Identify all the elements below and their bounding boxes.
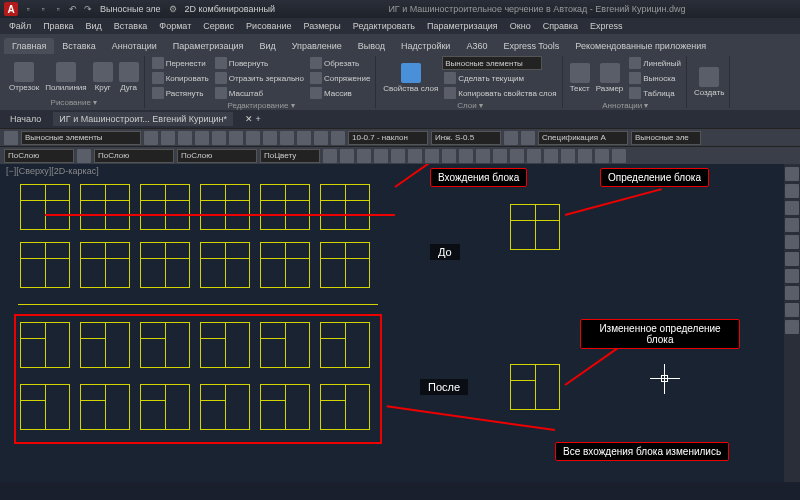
block-instance-changed[interactable] xyxy=(140,384,190,430)
tb-icon[interactable] xyxy=(297,131,311,145)
dimension-button[interactable]: Размер xyxy=(594,61,626,95)
tb-mleader-combo[interactable]: Выносные эле xyxy=(631,131,701,145)
block-instance[interactable] xyxy=(260,242,310,288)
doc-tab[interactable]: ИГ и Машиностроит... Евгений Курицин* xyxy=(53,112,233,126)
tab-featured[interactable]: Рекомендованные приложения xyxy=(567,38,714,54)
qat-gear-icon[interactable]: ⚙ xyxy=(167,3,179,15)
block-instance-changed[interactable] xyxy=(140,322,190,368)
tb-icon[interactable] xyxy=(510,149,524,163)
linear-button[interactable]: Линейный xyxy=(627,56,683,70)
side-tool-icon[interactable] xyxy=(785,252,799,266)
panel-layers-title[interactable]: Слои ▾ xyxy=(381,100,558,111)
block-instance-changed[interactable] xyxy=(20,322,70,368)
block-instance[interactable] xyxy=(20,242,70,288)
tb-icon[interactable] xyxy=(493,149,507,163)
block-definition-changed[interactable] xyxy=(510,364,560,410)
table-button[interactable]: Таблица xyxy=(627,86,683,100)
block-instance-changed[interactable] xyxy=(320,322,370,368)
block-instance-changed[interactable] xyxy=(80,322,130,368)
tb-icon[interactable] xyxy=(340,149,354,163)
array-button[interactable]: Массив xyxy=(308,86,372,100)
copy-button[interactable]: Копировать xyxy=(150,71,211,85)
tb-layer-icon[interactable] xyxy=(4,131,18,145)
tb-plotstyle-combo[interactable]: ПоЦвету xyxy=(260,149,320,163)
tb-icon[interactable] xyxy=(561,149,575,163)
tb-icon[interactable] xyxy=(144,131,158,145)
tb-tablestyle-combo[interactable]: Спецификация А xyxy=(538,131,628,145)
line-button[interactable]: Отрезок xyxy=(7,60,41,94)
tb-icon[interactable] xyxy=(314,131,328,145)
side-tool-icon[interactable] xyxy=(785,235,799,249)
side-tool-icon[interactable] xyxy=(785,320,799,334)
qat-undo-icon[interactable]: ↶ xyxy=(67,3,79,15)
layer-combo[interactable]: Выносные элементы xyxy=(442,56,542,70)
qat-new-icon[interactable]: ▫ xyxy=(22,3,34,15)
rotate-button[interactable]: Повернуть xyxy=(213,56,306,70)
menu-view[interactable]: Вид xyxy=(81,19,107,33)
side-tool-icon[interactable] xyxy=(785,286,799,300)
block-instance[interactable] xyxy=(20,184,70,230)
match-layer-button[interactable]: Копировать свойства слоя xyxy=(442,86,558,100)
tb-icon[interactable] xyxy=(504,131,518,145)
menu-service[interactable]: Сервис xyxy=(198,19,239,33)
block-instance[interactable] xyxy=(200,242,250,288)
block-instance[interactable] xyxy=(320,242,370,288)
menu-express[interactable]: Express xyxy=(585,19,628,33)
side-tool-icon[interactable] xyxy=(785,184,799,198)
tb-layer-combo[interactable]: Выносные элементы xyxy=(21,131,141,145)
new-tab-button[interactable]: ✕ + xyxy=(239,112,267,126)
tab-a360[interactable]: A360 xyxy=(458,38,495,54)
fillet-button[interactable]: Сопряжение xyxy=(308,71,372,85)
tb-color-combo[interactable]: ПоСлою xyxy=(4,149,74,163)
qat-redo-icon[interactable]: ↷ xyxy=(82,3,94,15)
block-definition[interactable] xyxy=(510,204,560,250)
block-instance[interactable] xyxy=(140,184,190,230)
app-logo[interactable]: A xyxy=(4,2,18,16)
panel-draw-title[interactable]: Рисование ▾ xyxy=(7,97,141,108)
tb-icon[interactable] xyxy=(544,149,558,163)
arc-button[interactable]: Дуга xyxy=(117,60,141,94)
qat-view-combo[interactable]: 2D комбинированный xyxy=(185,4,275,14)
menu-help[interactable]: Справка xyxy=(538,19,583,33)
tab-annotate[interactable]: Аннотации xyxy=(104,38,165,54)
block-instance[interactable] xyxy=(80,242,130,288)
tb-icon[interactable] xyxy=(612,149,626,163)
panel-anno-title[interactable]: Аннотации ▾ xyxy=(568,100,683,111)
circle-button[interactable]: Круг xyxy=(91,60,115,94)
tb-icon[interactable] xyxy=(459,149,473,163)
block-instance-changed[interactable] xyxy=(20,384,70,430)
block-instance-changed[interactable] xyxy=(80,384,130,430)
block-instance-changed[interactable] xyxy=(260,384,310,430)
tb-icon[interactable] xyxy=(323,149,337,163)
menu-edit[interactable]: Правка xyxy=(38,19,78,33)
tb-icon[interactable] xyxy=(331,131,345,145)
tb-icon[interactable] xyxy=(246,131,260,145)
tab-view[interactable]: Вид xyxy=(251,38,283,54)
tab-parametric[interactable]: Параметризация xyxy=(165,38,252,54)
tb-icon[interactable] xyxy=(476,149,490,163)
tb-icon[interactable] xyxy=(77,149,91,163)
side-tool-icon[interactable] xyxy=(785,269,799,283)
menu-window[interactable]: Окно xyxy=(505,19,536,33)
drawing-canvas[interactable]: [−][Сверху][2D-каркас] Вхождения блока О… xyxy=(0,164,800,482)
block-instance-changed[interactable] xyxy=(320,384,370,430)
tb-icon[interactable] xyxy=(578,149,592,163)
block-instance[interactable] xyxy=(320,184,370,230)
start-tab[interactable]: Начало xyxy=(4,112,47,126)
tb-icon[interactable] xyxy=(195,131,209,145)
qat-style-combo[interactable]: Выносные эле xyxy=(100,4,161,14)
tb-icon[interactable] xyxy=(595,149,609,163)
side-tool-icon[interactable] xyxy=(785,167,799,181)
side-tool-icon[interactable] xyxy=(785,303,799,317)
tab-addins[interactable]: Надстройки xyxy=(393,38,458,54)
tb-dimstyle-combo[interactable]: Инж. S-0.5 xyxy=(431,131,501,145)
trim-button[interactable]: Обрезать xyxy=(308,56,372,70)
tb-icon[interactable] xyxy=(408,149,422,163)
polyline-button[interactable]: Полилиния xyxy=(43,60,89,94)
make-current-button[interactable]: Сделать текущим xyxy=(442,71,558,85)
view-label[interactable]: [−][Сверху][2D-каркас] xyxy=(6,166,99,176)
menu-modify[interactable]: Редактировать xyxy=(348,19,420,33)
side-tool-icon[interactable] xyxy=(785,218,799,232)
qat-save-icon[interactable]: ▫ xyxy=(52,3,64,15)
stretch-button[interactable]: Растянуть xyxy=(150,86,211,100)
